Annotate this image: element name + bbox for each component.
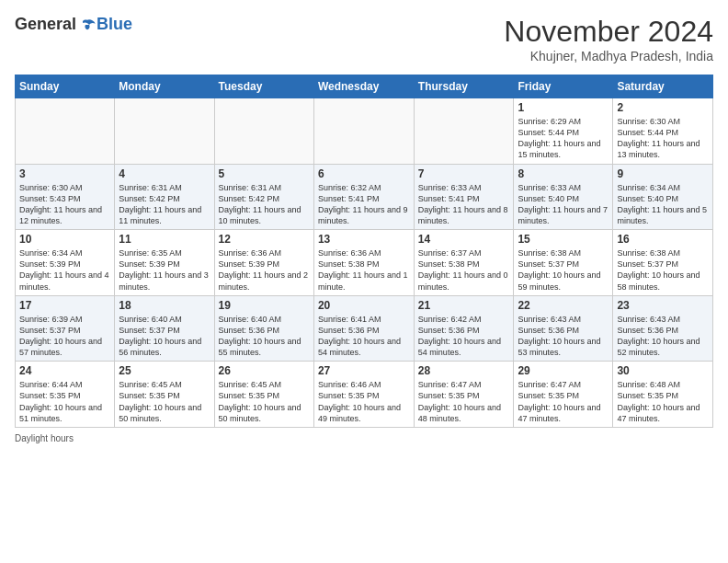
day-info: Sunrise: 6:34 AM Sunset: 5:40 PM Dayligh… (617, 182, 709, 227)
day-number: 18 (119, 299, 210, 312)
calendar-day: 3Sunrise: 6:30 AM Sunset: 5:43 PM Daylig… (16, 164, 115, 230)
calendar-table: Sunday Monday Tuesday Wednesday Thursday… (15, 75, 713, 428)
calendar-day: 25Sunrise: 6:45 AM Sunset: 5:35 PM Dayli… (115, 362, 214, 428)
col-tuesday: Tuesday (214, 75, 313, 98)
calendar-day: 4Sunrise: 6:31 AM Sunset: 5:42 PM Daylig… (115, 164, 214, 230)
calendar-day: 26Sunrise: 6:45 AM Sunset: 5:35 PM Dayli… (214, 362, 313, 428)
calendar-day: 22Sunrise: 6:43 AM Sunset: 5:36 PM Dayli… (514, 295, 613, 362)
day-info: Sunrise: 6:30 AM Sunset: 5:44 PM Dayligh… (617, 116, 709, 161)
calendar-day: 1Sunrise: 6:29 AM Sunset: 5:44 PM Daylig… (514, 98, 613, 165)
calendar-day: 13Sunrise: 6:36 AM Sunset: 5:38 PM Dayli… (313, 230, 414, 296)
calendar-day: 20Sunrise: 6:41 AM Sunset: 5:36 PM Dayli… (313, 295, 414, 362)
col-wednesday: Wednesday (313, 75, 414, 98)
day-number: 17 (19, 299, 110, 312)
calendar-header-row: Sunday Monday Tuesday Wednesday Thursday… (16, 75, 713, 98)
day-number: 21 (418, 299, 510, 312)
calendar-day: 5Sunrise: 6:31 AM Sunset: 5:42 PM Daylig… (214, 164, 313, 230)
day-info: Sunrise: 6:29 AM Sunset: 5:44 PM Dayligh… (518, 116, 609, 161)
day-number: 27 (318, 364, 410, 377)
footer-note: Daylight hours (15, 433, 713, 443)
calendar-week-4: 17Sunrise: 6:39 AM Sunset: 5:37 PM Dayli… (16, 295, 713, 362)
calendar-day: 11Sunrise: 6:35 AM Sunset: 5:39 PM Dayli… (115, 230, 214, 296)
logo: General Blue (15, 15, 132, 34)
day-number: 16 (617, 233, 709, 246)
calendar-day: 9Sunrise: 6:34 AM Sunset: 5:40 PM Daylig… (613, 164, 713, 230)
day-info: Sunrise: 6:47 AM Sunset: 5:35 PM Dayligh… (418, 379, 510, 424)
calendar-day: 23Sunrise: 6:43 AM Sunset: 5:36 PM Dayli… (613, 295, 713, 362)
day-info: Sunrise: 6:34 AM Sunset: 5:39 PM Dayligh… (19, 247, 110, 293)
day-info: Sunrise: 6:45 AM Sunset: 5:35 PM Dayligh… (219, 379, 310, 424)
daylight-label: Daylight hours (15, 433, 74, 443)
calendar-day (414, 98, 514, 165)
calendar-day (115, 98, 214, 165)
day-number: 29 (518, 364, 609, 377)
calendar-day: 18Sunrise: 6:40 AM Sunset: 5:37 PM Dayli… (115, 295, 214, 362)
day-number: 3 (19, 167, 110, 180)
day-info: Sunrise: 6:48 AM Sunset: 5:35 PM Dayligh… (617, 379, 709, 424)
header: General Blue November 2024 Khujner, Madh… (15, 15, 713, 63)
day-number: 11 (119, 233, 210, 246)
day-info: Sunrise: 6:31 AM Sunset: 5:42 PM Dayligh… (119, 182, 210, 227)
calendar-day: 12Sunrise: 6:36 AM Sunset: 5:39 PM Dayli… (214, 230, 313, 296)
day-number: 30 (617, 364, 709, 377)
calendar-week-1: 1Sunrise: 6:29 AM Sunset: 5:44 PM Daylig… (16, 98, 713, 165)
col-monday: Monday (115, 75, 214, 98)
col-friday: Friday (514, 75, 613, 98)
day-info: Sunrise: 6:45 AM Sunset: 5:35 PM Dayligh… (119, 379, 210, 424)
day-number: 26 (219, 364, 310, 377)
col-saturday: Saturday (613, 75, 713, 98)
day-number: 28 (418, 364, 510, 377)
day-info: Sunrise: 6:32 AM Sunset: 5:41 PM Dayligh… (318, 182, 410, 227)
day-number: 15 (518, 233, 609, 246)
calendar-day (313, 98, 414, 165)
calendar-day: 8Sunrise: 6:33 AM Sunset: 5:40 PM Daylig… (514, 164, 613, 230)
day-info: Sunrise: 6:43 AM Sunset: 5:36 PM Dayligh… (518, 314, 609, 359)
calendar-day: 17Sunrise: 6:39 AM Sunset: 5:37 PM Dayli… (16, 295, 115, 362)
calendar-day (214, 98, 313, 165)
calendar-day: 24Sunrise: 6:44 AM Sunset: 5:35 PM Dayli… (16, 362, 115, 428)
day-info: Sunrise: 6:33 AM Sunset: 5:41 PM Dayligh… (418, 182, 510, 227)
logo-general-text: General (15, 15, 76, 34)
day-number: 20 (318, 299, 410, 312)
day-info: Sunrise: 6:40 AM Sunset: 5:36 PM Dayligh… (219, 314, 310, 359)
day-info: Sunrise: 6:43 AM Sunset: 5:36 PM Dayligh… (617, 314, 709, 359)
day-info: Sunrise: 6:38 AM Sunset: 5:37 PM Dayligh… (518, 247, 609, 293)
calendar-day: 28Sunrise: 6:47 AM Sunset: 5:35 PM Dayli… (414, 362, 514, 428)
logo-blue-text: Blue (97, 15, 132, 34)
day-number: 23 (617, 299, 709, 312)
day-info: Sunrise: 6:47 AM Sunset: 5:35 PM Dayligh… (518, 379, 609, 424)
calendar-day: 7Sunrise: 6:33 AM Sunset: 5:41 PM Daylig… (414, 164, 514, 230)
calendar-day: 16Sunrise: 6:38 AM Sunset: 5:37 PM Dayli… (613, 230, 713, 296)
day-info: Sunrise: 6:36 AM Sunset: 5:38 PM Dayligh… (318, 247, 410, 293)
day-info: Sunrise: 6:33 AM Sunset: 5:40 PM Dayligh… (518, 182, 609, 227)
location: Khujner, Madhya Pradesh, India (504, 49, 713, 63)
calendar-day (16, 98, 115, 165)
day-number: 19 (219, 299, 310, 312)
day-number: 9 (617, 167, 709, 180)
calendar-week-5: 24Sunrise: 6:44 AM Sunset: 5:35 PM Dayli… (16, 362, 713, 428)
day-number: 13 (318, 233, 410, 246)
calendar-week-3: 10Sunrise: 6:34 AM Sunset: 5:39 PM Dayli… (16, 230, 713, 296)
month-title: November 2024 (504, 15, 713, 49)
day-number: 4 (119, 167, 210, 180)
day-number: 25 (119, 364, 210, 377)
day-number: 7 (418, 167, 510, 180)
day-info: Sunrise: 6:31 AM Sunset: 5:42 PM Dayligh… (219, 182, 310, 227)
day-info: Sunrise: 6:35 AM Sunset: 5:39 PM Dayligh… (119, 247, 210, 293)
page: General Blue November 2024 Khujner, Madh… (0, 0, 728, 453)
calendar-day: 30Sunrise: 6:48 AM Sunset: 5:35 PM Dayli… (613, 362, 713, 428)
day-info: Sunrise: 6:46 AM Sunset: 5:35 PM Dayligh… (318, 379, 410, 424)
calendar-day: 10Sunrise: 6:34 AM Sunset: 5:39 PM Dayli… (16, 230, 115, 296)
day-info: Sunrise: 6:37 AM Sunset: 5:38 PM Dayligh… (418, 247, 510, 293)
logo-bird-icon (78, 16, 97, 34)
day-number: 5 (219, 167, 310, 180)
day-info: Sunrise: 6:38 AM Sunset: 5:37 PM Dayligh… (617, 247, 709, 293)
day-info: Sunrise: 6:36 AM Sunset: 5:39 PM Dayligh… (219, 247, 310, 293)
day-number: 10 (19, 233, 110, 246)
day-info: Sunrise: 6:30 AM Sunset: 5:43 PM Dayligh… (19, 182, 110, 227)
day-number: 8 (518, 167, 609, 180)
day-number: 2 (617, 101, 709, 114)
col-thursday: Thursday (414, 75, 514, 98)
day-number: 24 (19, 364, 110, 377)
day-info: Sunrise: 6:44 AM Sunset: 5:35 PM Dayligh… (19, 379, 110, 424)
